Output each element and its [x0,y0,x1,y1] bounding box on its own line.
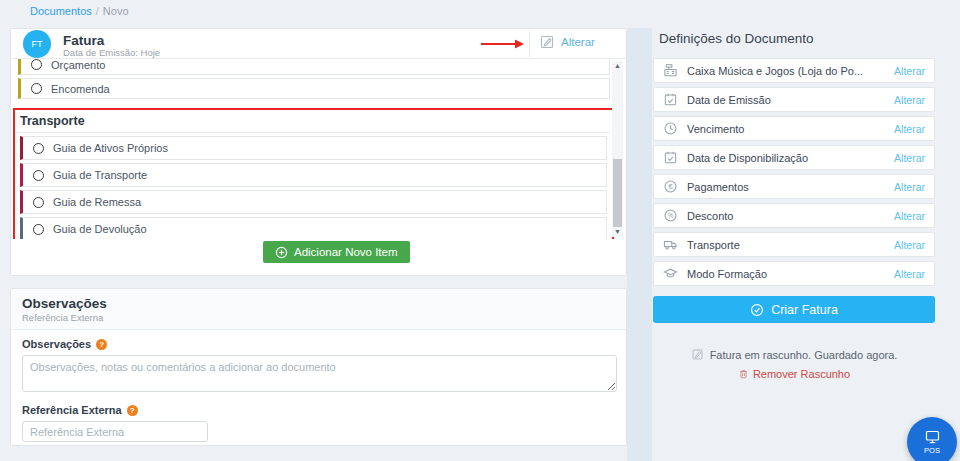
pencil-icon [539,34,555,50]
pos-label: POS [924,446,940,455]
radio-icon[interactable] [33,170,44,181]
observations-field-label: Observações ? [22,338,615,350]
clock-icon [663,121,678,136]
svg-text:€: € [668,182,673,191]
remove-draft-link[interactable]: Remover Rascunho [653,368,935,380]
pos-button[interactable]: POS [907,417,957,461]
radio-icon[interactable] [31,59,42,70]
calendar-check-icon [663,150,678,165]
setting-alterar-link[interactable]: Alterar [894,65,925,77]
type-option-guia-devolucao[interactable]: Guia de Devolução [20,217,607,239]
help-icon[interactable]: ? [96,339,107,350]
type-option-label: Encomenda [51,83,110,95]
observations-card: Observações Referência Externa Observaçõ… [10,288,627,446]
setting-alterar-link[interactable]: Alterar [894,94,925,106]
observations-header: Observações Referência Externa [11,289,626,330]
observations-body: Observações ? Referência Externa ? [11,330,626,450]
setting-alterar-link[interactable]: Alterar [894,210,925,222]
calendar-check-icon [663,92,678,107]
type-option-label: Orçamento [51,59,105,71]
setting-label: Vencimento [687,123,885,135]
type-list-scrollbar[interactable]: ▲ ▼ [612,61,623,237]
draft-status-area: Fatura em rascunho. Guardado agora. Remo… [653,348,935,380]
radio-icon[interactable] [31,83,42,94]
header-divider [529,31,530,57]
observations-title: Observações [22,296,615,311]
setting-label: Transporte [687,239,885,251]
check-circle-icon [750,303,764,317]
external-reference-field-label: Referência Externa ? [22,404,615,416]
setting-row-transport[interactable]: Transporte Alterar [653,232,935,257]
add-new-item-button[interactable]: Adicionar Novo Item [263,241,410,263]
create-invoice-button[interactable]: Criar Fatura [653,296,935,323]
radio-icon[interactable] [33,197,44,208]
type-option-encomenda[interactable]: Encomenda [18,78,610,99]
svg-text:%: % [668,212,674,219]
setting-alterar-link[interactable]: Alterar [894,123,925,135]
truck-icon [663,237,678,252]
type-option-guia-remessa[interactable]: Guia de Remessa [20,190,607,214]
transport-highlight-box: Transporte Guia de Ativos Próprios Guia … [13,108,614,239]
setting-label: Pagamentos [687,181,885,193]
change-label: Alterar [561,36,595,48]
setting-alterar-link[interactable]: Alterar [894,152,925,164]
setting-row-emission-date[interactable]: Data de Emissão Alterar [653,87,935,112]
settings-panel-title: Definições do Documento [659,31,935,46]
document-type-card: FT Fatura Data de Emissão: Hoje Alterar … [10,28,627,276]
draft-status: Fatura em rascunho. Guardado agora. [653,348,935,361]
setting-row-availability-date[interactable]: Data de Disponibilização Alterar [653,145,935,170]
scroll-down-icon[interactable]: ▼ [612,227,623,237]
type-option-guia-ativos-proprios[interactable]: Guia de Ativos Próprios [20,136,607,160]
setting-alterar-link[interactable]: Alterar [894,181,925,193]
help-icon[interactable]: ? [127,405,138,416]
document-type-list: Orçamento Encomenda Transporte Guia de A… [11,59,628,239]
setting-alterar-link[interactable]: Alterar [894,268,925,280]
breadcrumb-documentos-link[interactable]: Documentos [30,5,92,17]
scrollbar-thumb[interactable] [613,159,622,227]
setting-row-discount[interactable]: % Desconto Alterar [653,203,935,228]
setting-alterar-link[interactable]: Alterar [894,239,925,251]
setting-row-training-mode[interactable]: Modo Formação Alterar [653,261,935,286]
red-arrow-annotation [481,39,525,49]
graduation-cap-icon [663,266,678,281]
column-gutter [627,28,652,461]
setting-label: Data de Emissão [687,94,885,106]
breadcrumb-current: Novo [103,5,129,17]
trash-icon [738,368,749,380]
percent-circle-icon: % [663,208,678,223]
document-card-header: FT Fatura Data de Emissão: Hoje Alterar [11,29,626,59]
document-title: Fatura [63,33,104,48]
setting-label: Data de Disponibilização [687,152,885,164]
breadcrumb: Documentos/Novo [30,5,129,17]
observations-subtitle: Referência Externa [22,312,615,323]
observations-label-text: Observações [22,338,91,350]
change-document-type-button[interactable]: Alterar [539,34,595,50]
remove-draft-label: Remover Rascunho [753,368,850,380]
setting-row-client[interactable]: Caixa Música e Jogos (Loja do Po... Alte… [653,58,935,83]
external-reference-input[interactable] [22,421,208,442]
setting-label: Modo Formação [687,268,885,280]
type-option-label: Guia de Ativos Próprios [53,142,168,154]
monitor-icon [924,430,941,445]
document-settings-panel: Definições do Documento Caixa Música e J… [653,28,935,380]
plus-circle-icon [275,246,288,259]
type-option-orcamento[interactable]: Orçamento [18,59,610,75]
cash-register-icon [663,63,678,78]
add-new-item-label: Adicionar Novo Item [294,246,398,258]
avatar: FT [23,30,51,58]
draft-pencil-icon [691,348,704,361]
external-reference-label-text: Referência Externa [22,404,122,416]
breadcrumb-separator: / [96,5,99,17]
type-option-label: Guia de Remessa [53,196,141,208]
setting-label: Desconto [687,210,885,222]
radio-icon[interactable] [33,143,44,154]
type-option-guia-transporte[interactable]: Guia de Transporte [20,163,607,187]
setting-row-due-date[interactable]: Vencimento Alterar [653,116,935,141]
document-subtitle: Data de Emissão: Hoje [63,47,160,58]
radio-icon[interactable] [33,224,44,235]
create-invoice-label: Criar Fatura [771,303,838,317]
type-option-label: Guia de Devolução [53,223,147,235]
setting-row-payments[interactable]: € Pagamentos Alterar [653,174,935,199]
scroll-up-icon[interactable]: ▲ [612,61,623,71]
observations-textarea[interactable] [22,355,617,392]
